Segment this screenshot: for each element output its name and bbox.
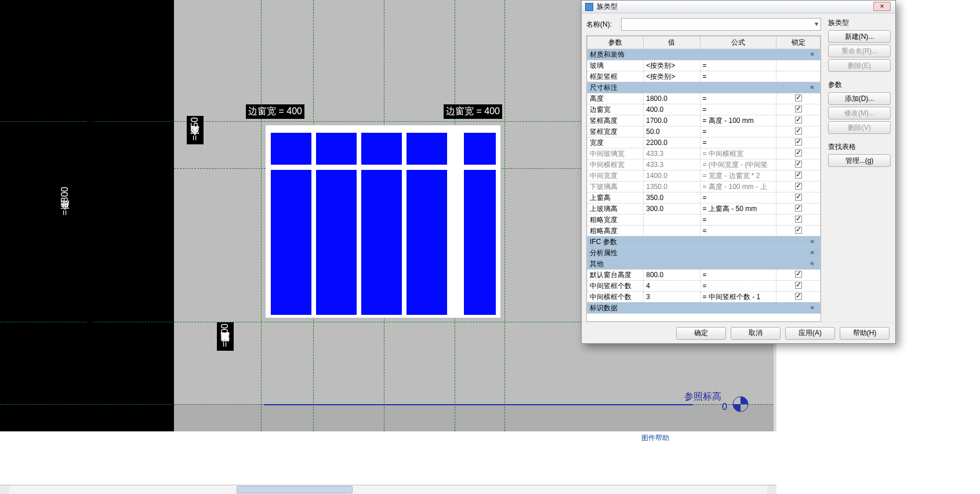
param-lock-cell[interactable] <box>776 159 821 170</box>
param-formula-cell[interactable]: = 中间竖框个数 - 1 <box>700 292 776 303</box>
param-value-cell[interactable]: 3 <box>644 292 700 303</box>
dialog-titlebar[interactable]: 族类型 × <box>582 1 895 13</box>
param-name-cell[interactable]: 默认窗台高度 <box>587 270 644 281</box>
param-name-cell[interactable]: 高度 <box>587 93 644 104</box>
lock-checkbox[interactable] <box>795 95 802 101</box>
dim-side-left-label[interactable]: 边窗宽 = 400 <box>246 104 304 119</box>
param-value-cell[interactable]: 1700.0 <box>644 115 700 126</box>
lock-checkbox[interactable] <box>795 139 802 146</box>
param-formula-cell[interactable]: = <box>700 93 776 104</box>
param-formula-cell[interactable]: = <box>700 215 776 226</box>
param-name-cell[interactable]: 中间横框宽 <box>587 159 644 170</box>
rename-type-button[interactable]: 重命名(R)... <box>828 45 891 57</box>
expand-icon[interactable]: « <box>810 50 814 58</box>
lock-checkbox[interactable] <box>795 106 802 112</box>
param-formula-cell[interactable]: = <box>700 192 776 204</box>
col-lock[interactable]: 锁定 <box>776 37 821 49</box>
category-row[interactable]: 标识数据» <box>587 303 821 314</box>
delete-type-button[interactable]: 删除(E) <box>828 59 891 72</box>
param-lock-cell[interactable] <box>776 104 821 115</box>
param-formula-cell[interactable]: = <box>700 137 776 148</box>
param-formula-cell[interactable]: = (中间宽度 - (中间竖 <box>700 159 776 170</box>
table-row[interactable]: 竖框宽度50.0= <box>587 126 821 137</box>
param-lock-cell[interactable] <box>776 270 821 281</box>
datum-level-icon[interactable] <box>732 396 749 412</box>
param-formula-cell[interactable]: = <box>700 60 776 71</box>
table-row[interactable]: 中间竖框个数4= <box>587 281 821 292</box>
table-row[interactable]: 中间宽度1400.0= 宽度 - 边窗宽 * 2 <box>587 170 821 181</box>
param-value-cell[interactable] <box>644 215 700 226</box>
lock-checkbox[interactable] <box>795 172 802 179</box>
param-lock-cell[interactable] <box>776 93 821 104</box>
param-value-cell[interactable]: 50.0 <box>644 126 700 137</box>
param-value-cell[interactable] <box>644 226 700 237</box>
param-lock-cell[interactable] <box>776 126 821 137</box>
param-formula-cell[interactable]: = 高度 - 100 mm <box>700 115 776 126</box>
param-value-cell[interactable]: 800.0 <box>644 270 700 281</box>
param-name-cell[interactable]: 玻璃 <box>587 60 644 71</box>
col-value[interactable]: 值 <box>644 37 700 49</box>
manage-lookup-button[interactable]: 管理...(g) <box>828 154 891 167</box>
datum-line[interactable] <box>264 404 693 405</box>
param-formula-cell[interactable]: = <box>700 104 776 115</box>
table-row[interactable]: 边窗宽400.0= <box>587 104 821 115</box>
param-name-cell[interactable]: 中间横框个数 <box>587 292 644 303</box>
apply-button[interactable]: 应用(A) <box>785 327 835 340</box>
param-formula-cell[interactable]: = 高度 - 100 mm - 上 <box>700 181 776 192</box>
lock-checkbox[interactable] <box>795 216 802 223</box>
modify-param-button[interactable]: 修改(M)... <box>828 107 891 119</box>
param-lock-cell[interactable] <box>776 137 821 148</box>
table-row[interactable]: 上窗高350.0= <box>587 192 821 204</box>
glass-top-2[interactable] <box>316 133 357 165</box>
table-row[interactable]: 默认窗台高度800.0= <box>587 270 821 281</box>
type-name-combo[interactable] <box>621 18 821 31</box>
param-lock-cell[interactable] <box>776 281 821 292</box>
param-name-cell[interactable]: 上玻璃高 <box>587 204 644 215</box>
glass-top-4[interactable] <box>406 133 447 165</box>
ref-plane-right-out[interactable] <box>504 0 505 431</box>
table-row[interactable]: 玻璃<按类别>= <box>587 60 821 71</box>
new-type-button[interactable]: 新建(N)... <box>828 30 891 43</box>
expand-icon[interactable]: « <box>810 83 814 91</box>
lock-checkbox[interactable] <box>795 227 802 234</box>
param-formula-cell[interactable]: = 上窗高 - 50 mm <box>700 204 776 215</box>
param-value-cell[interactable]: <按类别> <box>644 71 700 82</box>
param-name-cell[interactable]: 下玻璃高 <box>587 181 644 192</box>
lock-checkbox[interactable] <box>795 271 802 278</box>
param-value-cell[interactable]: 433.3 <box>644 159 700 170</box>
param-name-cell[interactable]: 宽度 <box>587 137 644 148</box>
param-name-cell[interactable]: 竖框宽度 <box>587 126 644 137</box>
lock-checkbox[interactable] <box>795 205 802 212</box>
param-lock-cell[interactable] <box>776 181 821 192</box>
ref-plane-left-out[interactable] <box>261 0 262 431</box>
dim-height-label[interactable]: 高度 = 1800 <box>57 186 74 219</box>
table-row[interactable]: 中间横框宽433.3= (中间宽度 - (中间竖 <box>587 159 821 170</box>
param-lock-cell[interactable] <box>776 148 821 159</box>
param-value-cell[interactable]: 1800.0 <box>644 93 700 104</box>
glass-bot-4[interactable] <box>406 170 447 315</box>
category-row[interactable]: 分析属性» <box>587 248 821 259</box>
table-row[interactable]: 中间玻璃宽433.3= 中间横框宽 <box>587 148 821 159</box>
table-row[interactable]: 上玻璃高300.0= 上窗高 - 50 mm <box>587 204 821 215</box>
lock-checkbox[interactable] <box>795 128 802 135</box>
status-help-link[interactable]: 图件帮助 <box>641 433 669 443</box>
param-value-cell[interactable]: 400.0 <box>644 104 700 115</box>
lock-checkbox[interactable] <box>795 282 802 289</box>
param-formula-cell[interactable]: = <box>700 126 776 137</box>
param-lock-cell[interactable] <box>776 292 821 303</box>
param-name-cell[interactable]: 粗略高度 <box>587 226 644 237</box>
scrollbar-thumb[interactable] <box>237 486 353 493</box>
col-param[interactable]: 参数 <box>587 37 644 49</box>
lock-checkbox[interactable] <box>795 117 802 124</box>
lock-checkbox[interactable] <box>795 161 802 168</box>
param-lock-cell[interactable] <box>776 60 821 71</box>
category-row[interactable]: 材质和装饰« <box>587 49 821 60</box>
lock-checkbox[interactable] <box>795 194 802 201</box>
param-name-cell[interactable]: 中间宽度 <box>587 170 644 181</box>
table-row[interactable]: 下玻璃高1350.0= 高度 - 100 mm - 上 <box>587 181 821 192</box>
dim-side-right-label[interactable]: 边窗宽 = 400 <box>444 104 502 119</box>
param-name-cell[interactable]: 中间玻璃宽 <box>587 148 644 159</box>
expand-icon[interactable]: » <box>810 248 814 256</box>
param-formula-cell[interactable]: = <box>700 71 776 82</box>
param-formula-cell[interactable]: = <box>700 226 776 237</box>
